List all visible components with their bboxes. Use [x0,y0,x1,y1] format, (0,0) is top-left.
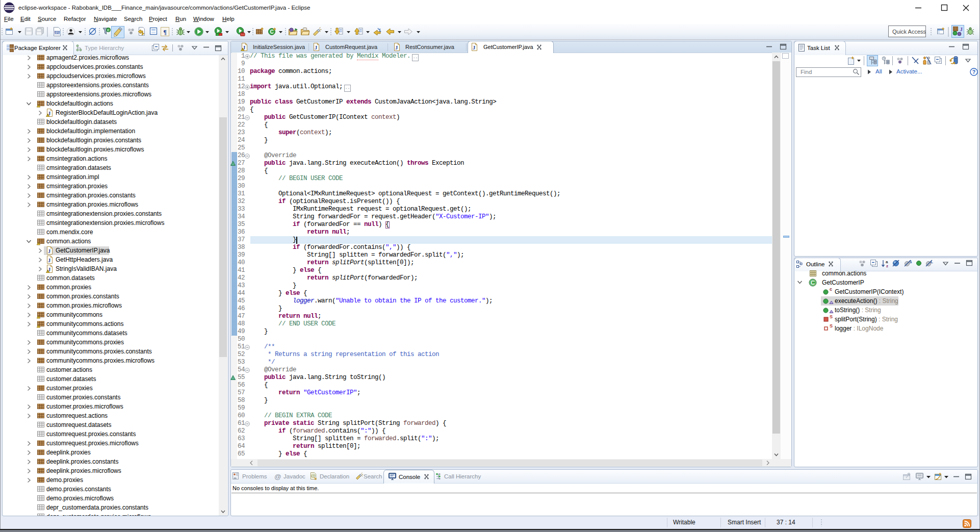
svg-text:J: J [473,44,476,50]
svg-text:010: 010 [55,31,60,34]
svg-text:J: J [48,248,51,254]
svg-text:¶: ¶ [163,29,166,36]
svg-text:J: J [315,44,318,50]
svg-text:J: J [395,44,398,50]
svg-text:?: ? [972,69,975,75]
svg-text:J: J [48,257,51,263]
svg-text:J: J [960,26,963,32]
svg-text:C: C [107,29,110,32]
svg-text:C: C [270,29,273,35]
svg-text:Quick Access: Quick Access [892,29,926,35]
svg-text:z: z [886,264,888,268]
svg-text:C: C [811,280,815,286]
